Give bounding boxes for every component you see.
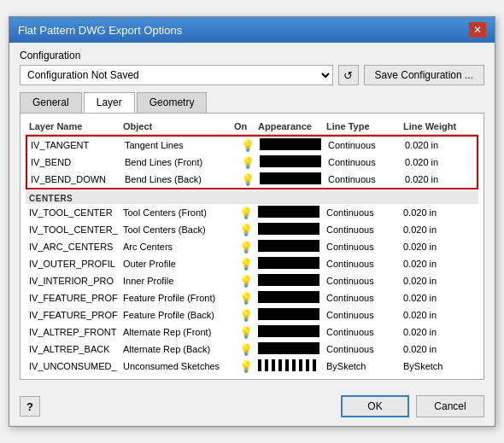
footer-buttons: OK Cancel xyxy=(341,395,484,417)
col-object: Object xyxy=(123,121,234,131)
bulb-icon: 💡 xyxy=(239,343,253,356)
bulb-icon: 💡 xyxy=(239,309,253,322)
table-row[interactable]: IV_ARC_CENTERS Arc Centers 💡 Continuous … xyxy=(26,238,478,255)
table-row[interactable]: IV_TOOL_CENTER_ Tool Centers (Back) 💡 Co… xyxy=(26,221,478,238)
bulb-icon: 💡 xyxy=(239,326,253,339)
dialog-body: Configuration Configuration Not Saved ↺ … xyxy=(9,43,495,388)
table-row[interactable]: IV_TOOL_CENTER Tool Centers (Front) 💡 Co… xyxy=(26,204,478,221)
bulb-icon: 💡 xyxy=(239,292,253,305)
config-label: Configuration xyxy=(20,50,484,61)
bulb-icon: 💡 xyxy=(239,258,253,271)
bulb-icon: 💡 xyxy=(239,360,253,373)
table-row[interactable]: IV_BEND_DOWN Bend Lines (Back) 💡 Continu… xyxy=(27,171,477,188)
table-row[interactable]: IV_ALTREP_BACK Alternate Rep (Back) 💡 Co… xyxy=(26,341,478,358)
table-row[interactable]: IV_ALTREP_FRONT Alternate Rep (Front) 💡 … xyxy=(26,324,478,341)
col-linetype: Line Type xyxy=(326,121,403,131)
table-row[interactable]: IV_TANGENT Tangent Lines 💡 Continuous 0.… xyxy=(27,137,477,154)
bulb-icon: 💡 xyxy=(239,275,253,288)
help-button[interactable]: ? xyxy=(20,396,40,417)
close-button[interactable]: ✕ xyxy=(469,22,486,38)
title-bar: Flat Pattern DWG Export Options ✕ xyxy=(9,17,495,43)
bulb-icon: 💡 xyxy=(241,156,255,169)
ok-button[interactable]: OK xyxy=(341,395,409,417)
col-lineweight: Line Weight xyxy=(403,121,463,131)
table-row[interactable]: IV_FEATURE_PROF Feature Profile (Front) … xyxy=(26,289,478,306)
centers-section-header: CENTERS xyxy=(26,191,478,204)
bulb-icon: 💡 xyxy=(241,139,255,152)
table-row[interactable]: IV_INTERIOR_PRO Inner Profile 💡 Continuo… xyxy=(26,272,478,289)
dialog-title: Flat Pattern DWG Export Options xyxy=(18,24,182,37)
table-body: IV_TANGENT Tangent Lines 💡 Continuous 0.… xyxy=(26,135,478,374)
highlighted-group: IV_TANGENT Tangent Lines 💡 Continuous 0.… xyxy=(26,135,478,189)
table-row[interactable]: IV_FEATURE_PROF Feature Profile (Back) 💡… xyxy=(26,306,478,324)
cancel-button[interactable]: Cancel xyxy=(416,395,484,417)
tab-general[interactable]: General xyxy=(20,92,82,113)
col-appearance: Appearance xyxy=(258,121,326,131)
bulb-off-icon: 💡 xyxy=(239,207,253,219)
config-row: Configuration Not Saved ↺ Save Configura… xyxy=(20,65,484,85)
col-layer-name: Layer Name xyxy=(29,121,123,131)
bulb-icon: 💡 xyxy=(241,173,255,186)
tabs: General Layer Geometry xyxy=(20,92,484,113)
tab-layer[interactable]: Layer xyxy=(84,92,135,113)
footer-left: ? xyxy=(20,396,40,417)
tab-geometry[interactable]: Geometry xyxy=(137,92,208,113)
bulb-off-icon: 💡 xyxy=(239,241,253,254)
dialog: Flat Pattern DWG Export Options ✕ Config… xyxy=(9,16,495,427)
config-icon-button[interactable]: ↺ xyxy=(338,65,359,85)
tab-content: Layer Name Object On Appearance Line Typ… xyxy=(20,113,484,380)
table-header: Layer Name Object On Appearance Line Typ… xyxy=(26,119,478,135)
table-row[interactable]: IV_OUTER_PROFIL Outer Profile 💡 Continuo… xyxy=(26,255,478,272)
table-row[interactable]: IV_UNCONSUMED_ Unconsumed Sketches 💡 ByS… xyxy=(26,358,478,374)
table-row[interactable]: IV_BEND Bend Lines (Front) 💡 Continuous … xyxy=(27,154,477,171)
bulb-off-icon: 💡 xyxy=(239,224,253,236)
col-on: On xyxy=(234,121,258,131)
dialog-footer: ? OK Cancel xyxy=(9,388,495,426)
config-dropdown[interactable]: Configuration Not Saved xyxy=(20,65,333,85)
save-config-button[interactable]: Save Configuration ... xyxy=(364,65,484,85)
config-section: Configuration Configuration Not Saved ↺ … xyxy=(20,50,484,85)
